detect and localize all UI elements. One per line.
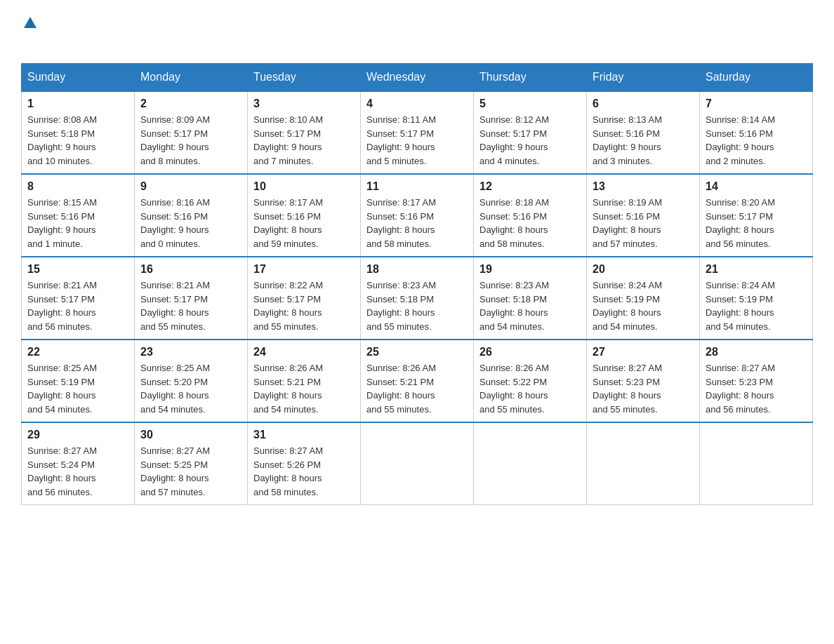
- calendar-cell: 8Sunrise: 8:15 AM Sunset: 5:16 PM Daylig…: [22, 174, 135, 257]
- day-info: Sunrise: 8:15 AM Sunset: 5:16 PM Dayligh…: [27, 196, 128, 250]
- calendar-cell: 21Sunrise: 8:24 AM Sunset: 5:19 PM Dayli…: [700, 257, 813, 340]
- day-info: Sunrise: 8:13 AM Sunset: 5:16 PM Dayligh…: [593, 113, 694, 168]
- calendar-cell: 27Sunrise: 8:27 AM Sunset: 5:23 PM Dayli…: [587, 340, 700, 422]
- day-info: Sunrise: 8:10 AM Sunset: 5:17 PM Dayligh…: [253, 113, 355, 168]
- calendar-cell: 18Sunrise: 8:23 AM Sunset: 5:18 PM Dayli…: [361, 257, 474, 340]
- calendar-cell: 31Sunrise: 8:27 AM Sunset: 5:26 PM Dayli…: [248, 422, 361, 505]
- calendar-cell: 22Sunrise: 8:25 AM Sunset: 5:19 PM Dayli…: [22, 340, 135, 422]
- col-header-thursday: Thursday: [474, 64, 587, 92]
- day-number: 20: [593, 263, 694, 276]
- calendar-cell: 14Sunrise: 8:20 AM Sunset: 5:17 PM Dayli…: [700, 174, 813, 257]
- day-number: 25: [366, 346, 468, 358]
- calendar-cell: 25Sunrise: 8:26 AM Sunset: 5:21 PM Dayli…: [361, 340, 474, 422]
- logo: [21, 14, 38, 49]
- day-number: 8: [27, 180, 128, 193]
- day-info: Sunrise: 8:21 AM Sunset: 5:17 PM Dayligh…: [140, 279, 241, 333]
- day-number: 13: [593, 180, 694, 193]
- svg-marker-0: [24, 17, 37, 28]
- calendar-cell: 6Sunrise: 8:13 AM Sunset: 5:16 PM Daylig…: [587, 91, 700, 174]
- calendar-cell: 30Sunrise: 8:27 AM Sunset: 5:25 PM Dayli…: [135, 422, 248, 505]
- day-number: 11: [366, 180, 468, 193]
- calendar-cell: 5Sunrise: 8:12 AM Sunset: 5:17 PM Daylig…: [474, 91, 587, 174]
- day-info: Sunrise: 8:12 AM Sunset: 5:17 PM Dayligh…: [479, 113, 581, 168]
- calendar-cell: 28Sunrise: 8:27 AM Sunset: 5:23 PM Dayli…: [700, 340, 813, 422]
- calendar-cell: 3Sunrise: 8:10 AM Sunset: 5:17 PM Daylig…: [248, 91, 361, 174]
- day-number: 28: [706, 346, 807, 358]
- day-info: Sunrise: 8:23 AM Sunset: 5:18 PM Dayligh…: [366, 279, 468, 333]
- calendar-cell: 10Sunrise: 8:17 AM Sunset: 5:16 PM Dayli…: [248, 174, 361, 257]
- day-info: Sunrise: 8:23 AM Sunset: 5:18 PM Dayligh…: [479, 279, 581, 333]
- col-header-friday: Friday: [587, 64, 700, 92]
- day-info: Sunrise: 8:17 AM Sunset: 5:16 PM Dayligh…: [253, 196, 355, 250]
- day-number: 17: [253, 263, 355, 276]
- calendar-cell: 26Sunrise: 8:26 AM Sunset: 5:22 PM Dayli…: [474, 340, 587, 422]
- day-info: Sunrise: 8:17 AM Sunset: 5:16 PM Dayligh…: [366, 196, 468, 250]
- day-info: Sunrise: 8:26 AM Sunset: 5:21 PM Dayligh…: [253, 361, 355, 416]
- calendar-cell: [474, 422, 587, 505]
- calendar-cell: 29Sunrise: 8:27 AM Sunset: 5:24 PM Dayli…: [22, 422, 135, 505]
- day-number: 7: [706, 98, 807, 110]
- col-header-wednesday: Wednesday: [361, 64, 474, 92]
- day-info: Sunrise: 8:26 AM Sunset: 5:22 PM Dayligh…: [479, 361, 581, 416]
- day-number: 14: [706, 180, 807, 193]
- day-number: 3: [253, 98, 355, 110]
- day-number: 27: [593, 346, 694, 358]
- day-number: 30: [140, 429, 241, 441]
- day-number: 24: [253, 346, 355, 358]
- day-number: 22: [27, 346, 128, 358]
- calendar-cell: 2Sunrise: 8:09 AM Sunset: 5:17 PM Daylig…: [135, 91, 248, 174]
- day-info: Sunrise: 8:14 AM Sunset: 5:16 PM Dayligh…: [706, 113, 807, 168]
- calendar-cell: 1Sunrise: 8:08 AM Sunset: 5:18 PM Daylig…: [22, 91, 135, 174]
- day-number: 9: [140, 180, 241, 193]
- calendar-cell: 15Sunrise: 8:21 AM Sunset: 5:17 PM Dayli…: [22, 257, 135, 340]
- day-info: Sunrise: 8:18 AM Sunset: 5:16 PM Dayligh…: [479, 196, 581, 250]
- day-info: Sunrise: 8:27 AM Sunset: 5:24 PM Dayligh…: [27, 444, 128, 499]
- calendar-cell: 23Sunrise: 8:25 AM Sunset: 5:20 PM Dayli…: [135, 340, 248, 422]
- day-number: 4: [366, 98, 468, 110]
- day-info: Sunrise: 8:25 AM Sunset: 5:20 PM Dayligh…: [140, 361, 241, 416]
- day-info: Sunrise: 8:24 AM Sunset: 5:19 PM Dayligh…: [706, 279, 807, 333]
- col-header-sunday: Sunday: [22, 64, 135, 92]
- calendar-cell: 13Sunrise: 8:19 AM Sunset: 5:16 PM Dayli…: [587, 174, 700, 257]
- day-number: 2: [140, 98, 241, 110]
- day-info: Sunrise: 8:19 AM Sunset: 5:16 PM Dayligh…: [593, 196, 694, 250]
- day-info: Sunrise: 8:27 AM Sunset: 5:23 PM Dayligh…: [706, 361, 807, 416]
- day-number: 29: [27, 429, 128, 441]
- day-number: 12: [479, 180, 581, 193]
- calendar-cell: 7Sunrise: 8:14 AM Sunset: 5:16 PM Daylig…: [700, 91, 813, 174]
- day-number: 15: [27, 263, 128, 276]
- calendar-cell: 11Sunrise: 8:17 AM Sunset: 5:16 PM Dayli…: [361, 174, 474, 257]
- day-info: Sunrise: 8:27 AM Sunset: 5:25 PM Dayligh…: [140, 444, 241, 499]
- calendar-cell: 4Sunrise: 8:11 AM Sunset: 5:17 PM Daylig…: [361, 91, 474, 174]
- calendar-cell: 16Sunrise: 8:21 AM Sunset: 5:17 PM Dayli…: [135, 257, 248, 340]
- day-number: 23: [140, 346, 241, 358]
- calendar-table: SundayMondayTuesdayWednesdayThursdayFrid…: [21, 63, 813, 505]
- day-info: Sunrise: 8:25 AM Sunset: 5:19 PM Dayligh…: [27, 361, 128, 416]
- calendar-cell: 24Sunrise: 8:26 AM Sunset: 5:21 PM Dayli…: [248, 340, 361, 422]
- day-info: Sunrise: 8:21 AM Sunset: 5:17 PM Dayligh…: [27, 279, 128, 333]
- day-number: 5: [479, 98, 581, 110]
- calendar-cell: 20Sunrise: 8:24 AM Sunset: 5:19 PM Dayli…: [587, 257, 700, 340]
- day-info: Sunrise: 8:16 AM Sunset: 5:16 PM Dayligh…: [140, 196, 241, 250]
- calendar-cell: 19Sunrise: 8:23 AM Sunset: 5:18 PM Dayli…: [474, 257, 587, 340]
- day-number: 21: [706, 263, 807, 276]
- day-info: Sunrise: 8:08 AM Sunset: 5:18 PM Dayligh…: [27, 113, 128, 168]
- day-number: 6: [593, 98, 694, 110]
- calendar-cell: 12Sunrise: 8:18 AM Sunset: 5:16 PM Dayli…: [474, 174, 587, 257]
- day-info: Sunrise: 8:11 AM Sunset: 5:17 PM Dayligh…: [366, 113, 468, 168]
- calendar-cell: 9Sunrise: 8:16 AM Sunset: 5:16 PM Daylig…: [135, 174, 248, 257]
- day-info: Sunrise: 8:26 AM Sunset: 5:21 PM Dayligh…: [366, 361, 468, 416]
- calendar-cell: [361, 422, 474, 505]
- calendar-cell: 17Sunrise: 8:22 AM Sunset: 5:17 PM Dayli…: [248, 257, 361, 340]
- day-number: 26: [479, 346, 581, 358]
- day-number: 16: [140, 263, 241, 276]
- logo-triangle-icon: [22, 15, 38, 31]
- day-info: Sunrise: 8:27 AM Sunset: 5:23 PM Dayligh…: [593, 361, 694, 416]
- day-info: Sunrise: 8:20 AM Sunset: 5:17 PM Dayligh…: [706, 196, 807, 250]
- day-info: Sunrise: 8:27 AM Sunset: 5:26 PM Dayligh…: [253, 444, 355, 499]
- day-info: Sunrise: 8:22 AM Sunset: 5:17 PM Dayligh…: [253, 279, 355, 333]
- day-number: 19: [479, 263, 581, 276]
- col-header-saturday: Saturday: [700, 64, 813, 92]
- calendar-cell: [700, 422, 813, 505]
- day-number: 10: [253, 180, 355, 193]
